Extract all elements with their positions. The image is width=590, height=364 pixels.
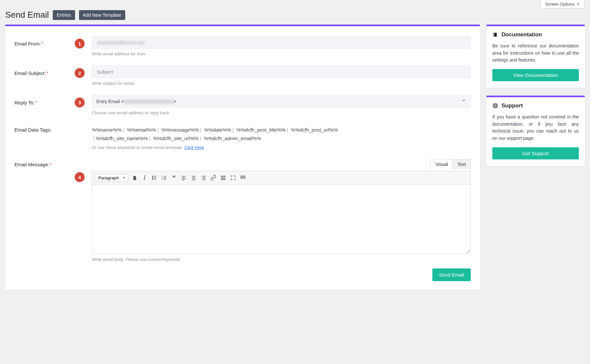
required-indicator: * <box>35 100 37 105</box>
svg-rect-31 <box>243 177 244 178</box>
svg-text:3: 3 <box>162 178 163 180</box>
page-header: Send Email Entries Add New Template <box>0 9 590 25</box>
email-subject-label: Email Subject: <box>14 70 46 76</box>
reply-to-helper: Choose user email address to reply back. <box>92 110 471 115</box>
required-indicator: * <box>50 162 52 167</box>
svg-rect-26 <box>221 179 225 180</box>
required-indicator: * <box>42 41 43 46</box>
reply-to-label: Reply To: <box>14 100 35 105</box>
align-left-icon[interactable] <box>179 173 188 182</box>
svg-point-0 <box>152 176 153 176</box>
screen-options-label: Screen Options <box>545 2 575 7</box>
tab-text[interactable]: Text <box>452 159 471 169</box>
support-text: If you have a question not covered in th… <box>492 114 579 142</box>
svg-rect-24 <box>221 176 225 177</box>
bulleted-list-icon[interactable] <box>150 173 159 182</box>
italic-icon[interactable]: I <box>140 173 149 182</box>
send-email-form: Email From:* 1 Write email address for f… <box>5 25 480 290</box>
email-from-helper: Write email address for from. <box>92 51 471 56</box>
entries-button[interactable]: Entries <box>53 10 75 20</box>
data-tags-list: %%name%%| %%email%%| %%message%%| %%date… <box>92 126 471 142</box>
email-from-label: Email From: <box>14 41 41 46</box>
step-badge-1: 1 <box>75 39 85 48</box>
data-tags-label: Email Data Tags: <box>14 127 51 133</box>
documentation-text: Be sure to reference our documentation a… <box>492 43 579 64</box>
numbered-list-icon[interactable]: 123 <box>160 173 169 182</box>
support-title: Support <box>502 102 523 109</box>
svg-rect-30 <box>241 177 242 178</box>
blockquote-icon[interactable]: “ <box>169 173 179 182</box>
book-icon <box>492 32 498 38</box>
email-message-helper: Write email body. Please use correct key… <box>92 257 471 262</box>
data-tags-helper: Or use these keywords to create email te… <box>92 145 471 150</box>
documentation-panel: Documentation Be sure to reference our d… <box>486 25 585 88</box>
email-subject-helper: Write subject for email. <box>92 81 471 86</box>
email-message-label: Email Message: <box>14 162 49 167</box>
editor-toolbar: Paragraph ▼ I 123 “ <box>92 171 470 185</box>
view-documentation-button[interactable]: View Documentation <box>492 69 579 81</box>
svg-line-36 <box>494 104 495 105</box>
svg-rect-27 <box>241 176 242 177</box>
resize-handle[interactable] <box>92 249 470 254</box>
reply-to-select[interactable] <box>92 95 471 108</box>
align-right-icon[interactable] <box>199 173 208 182</box>
email-message-textarea[interactable] <box>92 185 470 249</box>
svg-line-38 <box>494 106 495 107</box>
tab-visual[interactable]: Visual <box>430 159 452 169</box>
get-support-button[interactable]: Get Support <box>492 147 579 159</box>
step-badge-2: 2 <box>75 68 85 78</box>
chevron-down-icon: ▼ <box>577 2 580 6</box>
toolbar-toggle-icon[interactable] <box>238 173 247 182</box>
svg-rect-33 <box>494 33 495 37</box>
life-ring-icon <box>492 103 498 109</box>
fullscreen-icon[interactable] <box>228 173 238 182</box>
support-panel: Support If you have a question not cover… <box>486 96 585 166</box>
svg-rect-32 <box>244 177 245 178</box>
svg-rect-28 <box>243 176 244 177</box>
svg-point-35 <box>494 105 496 107</box>
svg-line-37 <box>496 104 497 105</box>
step-badge-3: 3 <box>75 98 85 107</box>
bold-icon[interactable] <box>130 173 139 182</box>
screen-options-button[interactable]: Screen Options ▼ <box>540 0 585 9</box>
svg-point-2 <box>152 179 153 179</box>
email-from-input[interactable] <box>92 36 471 49</box>
svg-rect-29 <box>244 176 245 177</box>
align-center-icon[interactable] <box>189 173 198 182</box>
insert-more-icon[interactable] <box>219 173 228 182</box>
rich-text-editor: Paragraph ▼ I 123 “ <box>92 171 471 254</box>
add-new-template-button[interactable]: Add New Template <box>79 10 125 20</box>
format-select[interactable]: Paragraph <box>95 174 128 182</box>
documentation-title: Documentation <box>502 31 542 38</box>
page-title: Send Email <box>5 10 49 20</box>
send-email-button[interactable]: Send Email <box>432 268 471 281</box>
click-here-link[interactable]: Click Here <box>185 145 204 150</box>
email-subject-input[interactable] <box>92 65 471 78</box>
svg-line-39 <box>496 106 497 107</box>
required-indicator: * <box>47 70 48 76</box>
link-icon[interactable] <box>209 173 218 182</box>
step-badge-4: 4 <box>75 172 85 182</box>
svg-point-1 <box>152 177 153 178</box>
